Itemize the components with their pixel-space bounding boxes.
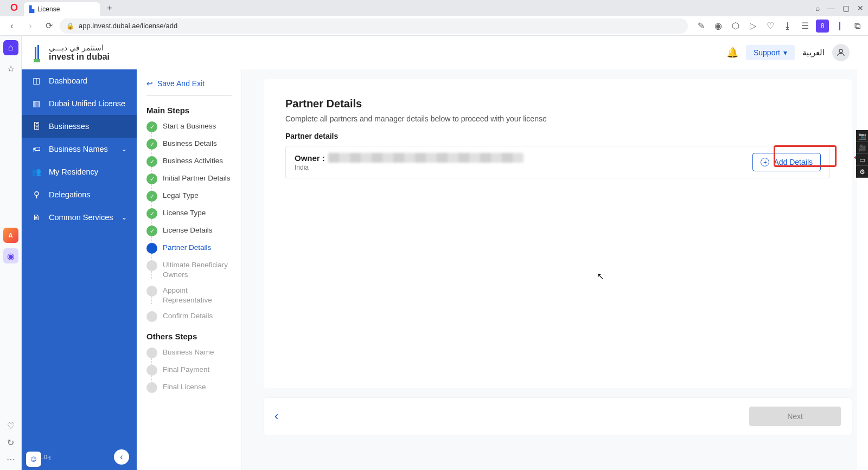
- sidebar-label: Dashboard: [49, 76, 87, 85]
- step-item[interactable]: Confirm Details: [146, 311, 232, 322]
- step-item[interactable]: ✓Start a Business: [146, 121, 232, 132]
- check-icon: ✓: [146, 121, 157, 132]
- sidebar-item-dul[interactable]: ▥ Dubai Unified License: [22, 92, 137, 115]
- briefcase-icon: 🗄: [31, 121, 41, 131]
- support-dropdown[interactable]: Support ▾: [746, 45, 795, 60]
- dubai-logo-icon: [29, 42, 44, 63]
- owner-country: India: [295, 164, 524, 171]
- step-item[interactable]: Business Name: [146, 347, 232, 358]
- browser-tab-active[interactable]: ▙ License: [24, 2, 100, 16]
- cube-icon[interactable]: ⧉: [851, 20, 864, 33]
- maximize-icon[interactable]: ▢: [843, 4, 850, 12]
- sidebar-item-residency[interactable]: 👥 My Residency: [22, 160, 137, 183]
- sidebar-label: My Residency: [49, 168, 98, 176]
- step-item[interactable]: Final Payment: [146, 365, 232, 376]
- feedback-bubble-icon[interactable]: ☺: [26, 452, 41, 467]
- check-icon: ✓: [146, 208, 157, 219]
- shield-icon[interactable]: ⬡: [729, 20, 742, 33]
- right-edge-tools: 📷 🎥 ▭ ⚙: [856, 130, 868, 178]
- reload-button[interactable]: ⟳: [41, 18, 56, 34]
- sidebar-item-businesses[interactable]: 🗄 Businesses: [22, 115, 137, 138]
- step-label: Partner Details: [163, 243, 211, 253]
- sidebar-item-dashboard[interactable]: ◫ Dashboard: [22, 69, 137, 92]
- pinned-app-2-icon[interactable]: ◉: [3, 248, 18, 263]
- new-tab-button[interactable]: +: [103, 2, 116, 15]
- step-item[interactable]: ✓License Details: [146, 226, 232, 236]
- save-and-exit-button[interactable]: ↩ Save And Exit: [146, 79, 232, 96]
- video-icon[interactable]: 🎥: [856, 142, 868, 154]
- opera-menu-button[interactable]: O: [4, 2, 24, 14]
- profile-badge[interactable]: 8: [816, 20, 829, 33]
- partner-row: Owner : India + Add Details: [285, 146, 830, 178]
- step-item[interactable]: Final License: [146, 382, 232, 393]
- easy-setup-icon[interactable]: ☰: [799, 20, 812, 33]
- user-avatar[interactable]: [832, 44, 850, 61]
- screenshot-icon[interactable]: 📷: [856, 130, 868, 142]
- edit-icon[interactable]: ✎: [694, 20, 707, 33]
- step-item[interactable]: Partner Details: [146, 243, 232, 254]
- section-subtitle: Complete all partners and manager detail…: [285, 114, 830, 123]
- add-details-button[interactable]: + Add Details: [752, 153, 821, 171]
- home-icon[interactable]: ⌂: [3, 40, 18, 55]
- current-dot-icon: [146, 243, 157, 254]
- dashboard-icon: ◫: [31, 76, 41, 86]
- next-button[interactable]: Next: [749, 407, 841, 426]
- step-item[interactable]: ✓Business Activities: [146, 156, 232, 167]
- step-item[interactable]: ✓License Type: [146, 208, 232, 219]
- main-content: Partner Details Complete all partners an…: [242, 69, 857, 470]
- heart-outline-icon[interactable]: ♡: [7, 421, 15, 431]
- step-item[interactable]: Appoint Representative: [146, 286, 232, 305]
- step-item[interactable]: Ultimate Beneficiary Owners: [146, 260, 232, 279]
- capture-icon[interactable]: ▭: [856, 154, 868, 166]
- extensions-icon[interactable]: |: [833, 20, 846, 33]
- step-label: Appoint Representative: [163, 286, 232, 305]
- app-sidebar: ◫ Dashboard ▥ Dubai Unified License 🗄 Bu…: [22, 69, 137, 470]
- back-step-button[interactable]: ‹: [275, 409, 278, 423]
- people-icon: 👥: [31, 167, 41, 177]
- main-steps-heading: Main Steps: [146, 106, 232, 115]
- check-icon: ✓: [146, 226, 157, 236]
- pinned-app-1-icon[interactable]: A: [3, 228, 18, 243]
- star-icon[interactable]: ☆: [3, 61, 18, 76]
- browser-side-panel: ⌂ ☆ A ◉ ♡ ↻ ⋯: [0, 36, 22, 470]
- minimize-icon[interactable]: —: [827, 4, 835, 12]
- building-icon: ▥: [31, 99, 41, 108]
- more-icon[interactable]: ⋯: [7, 454, 15, 465]
- search-icon[interactable]: ⌕: [815, 4, 820, 12]
- send-icon[interactable]: ▷: [746, 20, 760, 33]
- delegate-icon: ⚲: [31, 190, 41, 199]
- url-input[interactable]: 🔒 app.invest.dubai.ae/license/add: [60, 18, 688, 34]
- step-label: Final Payment: [163, 365, 209, 375]
- app-logo[interactable]: استثمر في دبـــي invest in dubai: [29, 42, 110, 63]
- collapse-sidebar-button[interactable]: ‹: [114, 449, 129, 465]
- heart-icon[interactable]: ♡: [764, 20, 777, 33]
- step-label: Legal Type: [163, 191, 199, 201]
- language-toggle[interactable]: العربية: [802, 48, 825, 57]
- steps-sidebar: ↩ Save And Exit Main Steps ✓Start a Busi…: [137, 69, 242, 470]
- step-label: Ultimate Beneficiary Owners: [163, 260, 232, 279]
- step-item[interactable]: ✓Business Details: [146, 139, 232, 150]
- sidebar-item-business-names[interactable]: 🏷 Business Names ⌄: [22, 138, 137, 160]
- sidebar-item-delegations[interactable]: ⚲ Delegations: [22, 183, 137, 206]
- history-icon[interactable]: ↻: [7, 437, 14, 448]
- close-icon[interactable]: ✕: [857, 4, 864, 12]
- notification-bell-icon[interactable]: 🔔: [726, 47, 738, 59]
- step-item[interactable]: ✓Initial Partner Details: [146, 173, 232, 184]
- chevron-down-icon: ⌄: [122, 214, 127, 221]
- forward-button[interactable]: ›: [23, 18, 38, 34]
- app-body: ◫ Dashboard ▥ Dubai Unified License 🗄 Bu…: [22, 36, 868, 470]
- chevron-down-icon: ⌄: [122, 145, 127, 153]
- browser-address-bar: ‹ › ⟳ 🔒 app.invest.dubai.ae/license/add …: [0, 16, 868, 36]
- back-button[interactable]: ‹: [4, 18, 20, 34]
- owner-label: Owner :: [295, 153, 325, 163]
- check-icon: ✓: [146, 156, 157, 167]
- pending-dot-icon: [146, 286, 157, 297]
- camera-icon[interactable]: ◉: [712, 20, 725, 33]
- settings-icon[interactable]: ⚙: [856, 166, 868, 178]
- pending-dot-icon: [146, 311, 157, 322]
- download-icon[interactable]: ⭳: [781, 20, 794, 33]
- check-icon: ✓: [146, 139, 157, 150]
- step-item[interactable]: ✓Legal Type: [146, 191, 232, 202]
- sidebar-item-common-services[interactable]: 🗎 Common Services ⌄: [22, 206, 137, 229]
- tab-title: License: [37, 5, 60, 13]
